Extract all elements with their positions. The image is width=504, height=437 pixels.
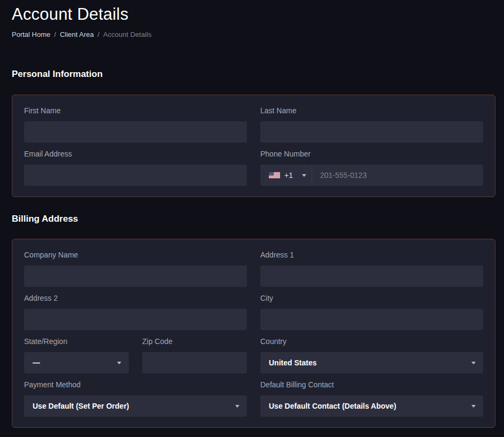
address2-input[interactable] [24, 309, 247, 330]
billing-address-heading: Billing Address [12, 214, 495, 224]
first-name-field: First Name [24, 106, 247, 143]
last-name-field: Last Name [260, 106, 483, 143]
default-billing-contact-field: Default Billing Contact Use Default Cont… [260, 380, 483, 417]
chevron-down-icon [235, 405, 239, 408]
country-label: Country [260, 337, 483, 346]
first-name-input[interactable] [24, 121, 247, 143]
company-name-label: Company Name [24, 251, 247, 259]
city-input[interactable] [260, 309, 483, 330]
default-billing-contact-label: Default Billing Contact [260, 380, 483, 389]
chevron-down-icon [302, 174, 306, 177]
payment-method-label: Payment Method [24, 380, 247, 389]
payment-method-select[interactable]: Use Default (Set Per Order) [24, 395, 247, 417]
city-field: City [260, 294, 483, 330]
state-label: State/Region [24, 337, 129, 346]
address2-label: Address 2 [24, 294, 247, 302]
country-select[interactable]: United States [260, 352, 483, 373]
address1-field: Address 1 [260, 251, 483, 287]
zip-field: Zip Code [142, 337, 247, 373]
billing-address-panel: Company Name Address 1 Address 2 City St… [12, 239, 495, 428]
breadcrumb-separator: / [97, 30, 99, 39]
account-details-page: Account Details Portal Home / Client Are… [0, 0, 504, 428]
address2-field: Address 2 [24, 294, 247, 330]
email-label: Email Address [24, 150, 247, 158]
zip-input[interactable] [142, 352, 247, 373]
chevron-down-icon [471, 362, 476, 364]
state-field: State/Region — [24, 337, 129, 373]
chevron-down-icon [471, 405, 476, 408]
zip-label: Zip Code [142, 337, 247, 346]
breadcrumb-client-area[interactable]: Client Area [60, 30, 94, 39]
company-name-field: Company Name [24, 251, 247, 287]
last-name-input[interactable] [260, 121, 483, 143]
phone-input[interactable] [312, 165, 483, 186]
last-name-label: Last Name [260, 106, 483, 115]
breadcrumb: Portal Home / Client Area / Account Deta… [12, 30, 495, 39]
breadcrumb-separator: / [54, 30, 56, 39]
country-field: Country United States [260, 337, 483, 373]
personal-information-heading: Personal Information [12, 69, 495, 80]
default-billing-contact-select[interactable]: Use Default Contact (Details Above) [260, 395, 483, 417]
phone-label: Phone Number [260, 150, 483, 158]
address1-label: Address 1 [260, 251, 483, 259]
city-label: City [260, 294, 483, 302]
chevron-down-icon [117, 362, 121, 364]
email-field: Email Address [24, 150, 247, 186]
breadcrumb-portal-home[interactable]: Portal Home [12, 30, 50, 39]
phone-country-select[interactable]: +1 [260, 165, 312, 186]
phone-field: Phone Number [260, 150, 483, 186]
dial-code: +1 [284, 171, 293, 180]
first-name-label: First Name [24, 106, 247, 115]
us-flag-icon [269, 172, 280, 178]
personal-information-panel: First Name Last Name Email Address Phone… [12, 95, 495, 197]
state-select[interactable]: — [24, 352, 129, 373]
company-name-input[interactable] [24, 266, 247, 287]
phone-group: +1 [260, 165, 483, 186]
payment-method-field: Payment Method Use Default (Set Per Orde… [24, 380, 247, 417]
page-title: Account Details [12, 4, 495, 25]
breadcrumb-current-page: Account Details [103, 30, 151, 39]
email-input[interactable] [24, 165, 247, 186]
address1-input[interactable] [260, 266, 483, 287]
